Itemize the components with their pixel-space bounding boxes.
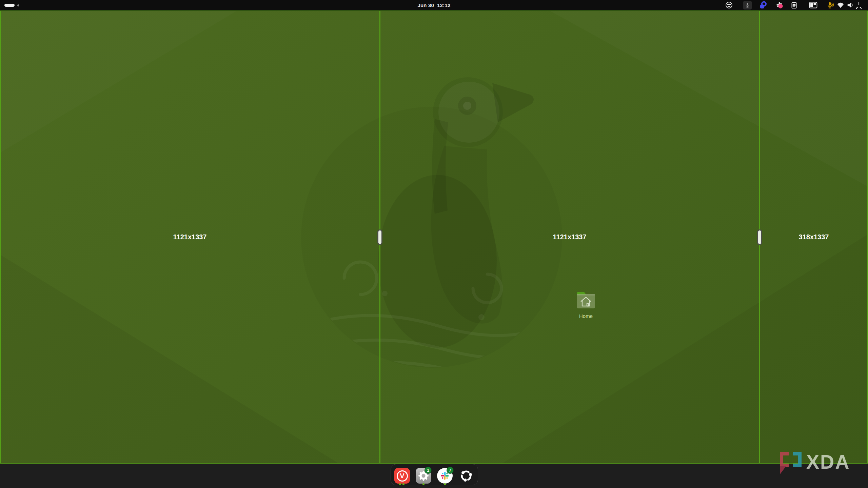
slack-tray-icon[interactable]	[776, 1, 783, 9]
microphone-active-icon[interactable]	[827, 1, 834, 9]
running-dot	[399, 483, 401, 485]
volume-icon[interactable]	[847, 1, 854, 9]
workspace-indicator[interactable]	[4, 0, 19, 11]
xda-logo-text: XDA	[806, 451, 850, 473]
blue-app-icon[interactable]	[759, 1, 767, 9]
wifi-icon[interactable]	[837, 1, 844, 9]
running-dot	[402, 483, 405, 485]
running-dot	[444, 483, 446, 485]
dock-item-vivaldi[interactable]: V	[394, 468, 410, 484]
top-bar: Jun 30 12:12	[0, 0, 868, 11]
clipboard-icon[interactable]	[790, 1, 798, 9]
microphone-muted-icon	[745, 2, 750, 8]
power-icon[interactable]	[855, 1, 863, 9]
workspace-active-pill[interactable]	[4, 4, 15, 7]
tiling-zone-frame	[0, 11, 868, 464]
emoji-face-icon[interactable]	[725, 1, 733, 9]
wallpaper: 1121x1337 1121x1337 318x1337	[0, 11, 868, 464]
clock-button[interactable]: Jun 30 12:12	[417, 0, 450, 11]
xda-logo-brackets	[780, 452, 802, 474]
zone-resize-handle-2[interactable]	[757, 229, 762, 245]
home-folder-icon	[574, 291, 597, 310]
clock-time: 12:12	[437, 2, 450, 8]
clock-date: Jun 30	[417, 2, 434, 8]
xda-watermark: XDA	[773, 449, 858, 476]
running-dot	[422, 483, 425, 485]
slack-notification-badge: 7	[447, 467, 454, 474]
home-folder-label: Home	[574, 313, 597, 319]
vivaldi-letter: V	[400, 472, 404, 479]
tiling-layout-icon[interactable]	[809, 1, 817, 9]
microphone-muted-tray[interactable]	[743, 1, 752, 9]
desktop-screen: 1121x1337 1121x1337 318x1337 Home Jun 30…	[0, 0, 868, 488]
ubuntu-logo-icon	[458, 468, 474, 484]
zone-size-label-1: 1121x1337	[173, 233, 206, 241]
zone-size-label-3: 318x1337	[799, 233, 829, 241]
workspace-dot[interactable]	[17, 4, 19, 6]
home-folder-shortcut[interactable]: Home	[574, 291, 597, 319]
settings-notification-badge: 1	[425, 467, 432, 474]
vivaldi-icon: V	[394, 468, 410, 484]
dock-item-ubuntu[interactable]	[458, 468, 474, 484]
zone-resize-handle-1[interactable]	[377, 229, 382, 245]
zone-size-label-2: 1121x1337	[553, 233, 586, 241]
